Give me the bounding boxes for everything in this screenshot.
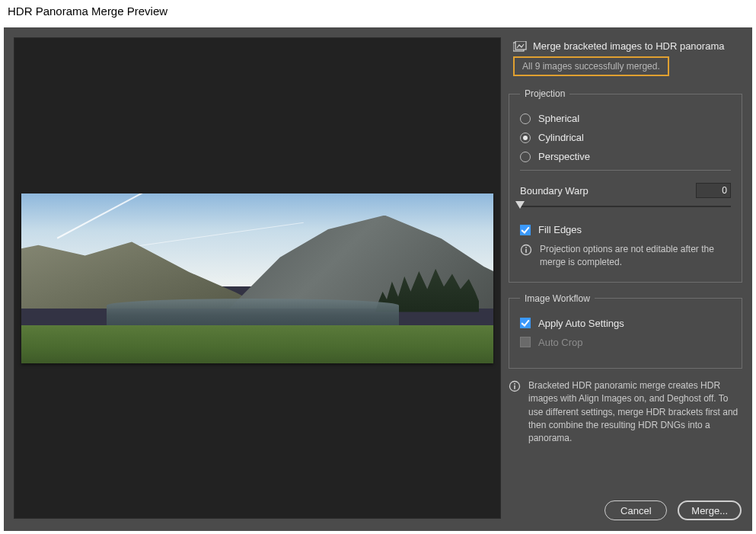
merge-status: All 9 images successfully merged.	[513, 56, 669, 76]
workflow-panel: Image Workflow Apply Auto Settings Auto …	[509, 293, 742, 369]
merge-header-title: Merge bracketed images to HDR panorama	[533, 40, 724, 52]
projection-panel: Projection Spherical Cylindrical Perspec…	[509, 88, 742, 283]
boundary-warp-value[interactable]	[696, 183, 731, 198]
footer-note: Bracketed HDR panoramic merge creates HD…	[509, 379, 742, 446]
svg-rect-4	[525, 247, 527, 248]
fill-edges-checkbox[interactable]: Fill Edges	[520, 224, 731, 235]
checkbox-icon	[520, 318, 531, 328]
apply-auto-settings-checkbox[interactable]: Apply Auto Settings	[520, 318, 731, 329]
svg-rect-3	[525, 249, 527, 253]
info-icon	[509, 380, 521, 392]
side-pane: Merge bracketed images to HDR panorama A…	[509, 27, 752, 531]
cancel-button[interactable]: Cancel	[604, 500, 667, 520]
preview-pane	[4, 27, 509, 531]
checkbox-icon	[520, 337, 531, 347]
radio-icon	[520, 114, 531, 124]
svg-rect-6	[514, 385, 515, 389]
apply-auto-settings-label: Apply Auto Settings	[538, 318, 624, 329]
fill-edges-label: Fill Edges	[538, 224, 582, 235]
footer-buttons: Cancel Merge...	[604, 500, 742, 520]
info-icon	[520, 244, 532, 256]
projection-legend: Projection	[520, 88, 569, 99]
merge-button[interactable]: Merge...	[678, 500, 742, 520]
projection-option-label: Spherical	[538, 113, 579, 124]
svg-rect-1	[515, 41, 526, 50]
window-title: HDR Panorama Merge Preview	[8, 5, 167, 18]
boundary-warp-row: Boundary Warp	[520, 183, 731, 198]
projection-cylindrical[interactable]: Cylindrical	[520, 132, 731, 143]
checkbox-icon	[520, 225, 531, 235]
slider-thumb-icon	[515, 201, 525, 209]
projection-perspective[interactable]: Perspective	[520, 151, 731, 162]
projection-option-label: Perspective	[538, 151, 590, 162]
divider	[520, 170, 731, 171]
panorama-preview-image	[21, 193, 493, 363]
window-title-bar: HDR Panorama Merge Preview	[0, 0, 756, 25]
radio-icon	[520, 152, 531, 162]
boundary-warp-label: Boundary Warp	[520, 185, 589, 197]
panorama-icon	[513, 41, 527, 52]
boundary-warp-slider[interactable]	[520, 201, 731, 212]
projection-note: Projection options are not editable afte…	[520, 243, 731, 270]
projection-spherical[interactable]: Spherical	[520, 113, 731, 124]
auto-crop-checkbox: Auto Crop	[520, 337, 731, 348]
preview-frame	[14, 37, 501, 519]
merge-header: Merge bracketed images to HDR panorama	[513, 40, 742, 52]
svg-rect-7	[514, 383, 515, 385]
radio-icon	[520, 133, 531, 143]
auto-crop-label: Auto Crop	[538, 337, 583, 348]
dialog-body: Merge bracketed images to HDR panorama A…	[4, 27, 752, 531]
projection-option-label: Cylindrical	[538, 132, 584, 143]
workflow-legend: Image Workflow	[520, 293, 595, 304]
